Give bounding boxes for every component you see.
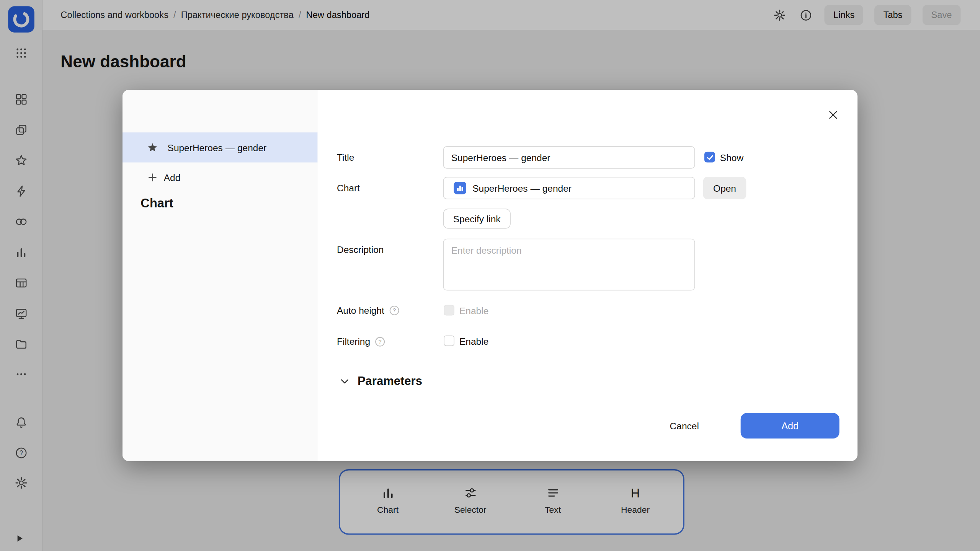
- chart-widget-dialog: Chart SuperHeroes — gender Add: [122, 90, 858, 461]
- title-input[interactable]: [443, 146, 695, 169]
- chart-type-icon: [454, 182, 466, 194]
- auto-height-enable-label: Enable: [459, 305, 488, 316]
- cancel-button[interactable]: Cancel: [653, 413, 715, 439]
- show-title-checkbox[interactable]: [704, 152, 715, 163]
- close-icon: [828, 109, 839, 121]
- add-chart-tab-button[interactable]: Add: [122, 165, 317, 190]
- chart-field-label: Chart: [337, 183, 360, 193]
- plus-icon: [147, 173, 157, 183]
- close-dialog-button[interactable]: [826, 108, 841, 122]
- svg-text:?: ?: [393, 307, 396, 313]
- filtering-label-group: Filtering ?: [337, 336, 385, 347]
- description-textarea[interactable]: [443, 239, 695, 291]
- add-button[interactable]: Add: [741, 413, 840, 439]
- help-hint-icon[interactable]: ?: [389, 305, 399, 315]
- dialog-title: Chart: [140, 196, 173, 211]
- parameters-section-toggle[interactable]: Parameters: [340, 371, 422, 391]
- description-field-label: Description: [337, 244, 384, 255]
- parameters-label: Parameters: [358, 371, 422, 391]
- filtering-label: Filtering: [337, 336, 370, 347]
- chart-select-field[interactable]: SuperHeroes — gender: [443, 177, 695, 199]
- open-chart-button[interactable]: Open: [703, 177, 746, 199]
- dialog-side-panel: Chart SuperHeroes — gender Add: [122, 90, 317, 461]
- help-hint-icon[interactable]: ?: [375, 336, 385, 346]
- app: ? Collections and workbooks / Практическ…: [0, 0, 980, 551]
- star-filled-icon: [147, 142, 157, 152]
- title-field-label: Title: [337, 152, 354, 163]
- specify-link-button[interactable]: Specify link: [443, 209, 511, 228]
- check-icon: [705, 153, 714, 161]
- auto-height-label: Auto height: [337, 305, 384, 316]
- svg-text:?: ?: [379, 338, 382, 344]
- filtering-checkbox[interactable]: [444, 336, 454, 346]
- show-title-label: Show: [720, 152, 743, 163]
- auto-height-label-group: Auto height ?: [337, 305, 399, 316]
- auto-height-checkbox[interactable]: [444, 305, 454, 316]
- filtering-enable-label: Enable: [459, 336, 488, 347]
- chart-list-item-selected[interactable]: SuperHeroes — gender: [122, 132, 317, 162]
- chevron-down-icon: [340, 376, 350, 386]
- add-label: Add: [164, 172, 181, 183]
- chart-item-label: SuperHeroes — gender: [168, 142, 267, 153]
- chart-select-value: SuperHeroes — gender: [472, 183, 572, 194]
